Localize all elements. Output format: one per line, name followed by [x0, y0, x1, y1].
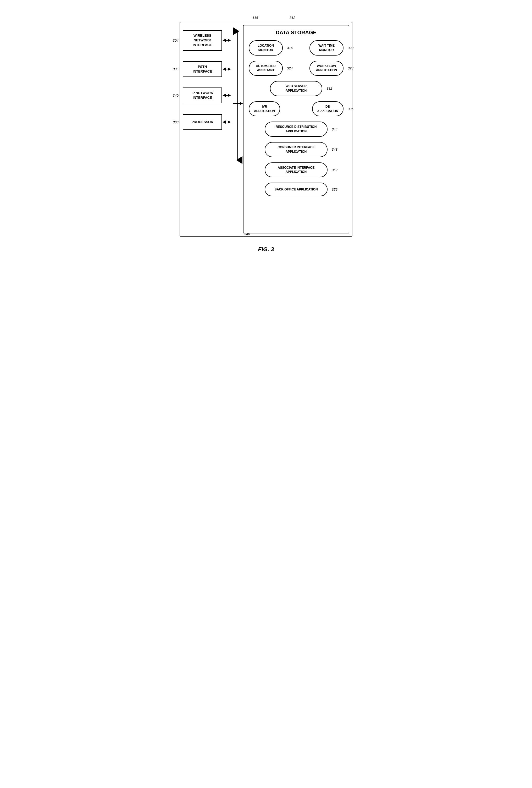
ref-116: 116	[252, 16, 258, 20]
ref-316: 316	[287, 46, 293, 50]
consumer-interface-application: CONSUMER INTERFACE APPLICATION	[265, 142, 328, 157]
left-panel: 304 WIRELESS NETWORK INTERFACE	[183, 25, 232, 233]
ip-network-row: 340 IP NETWORK INTERFACE	[183, 87, 232, 103]
ref-356: 356	[332, 188, 337, 192]
row-6: CONSUMER INTERFACE APPLICATION 348	[249, 142, 344, 157]
ref-312: 312	[290, 16, 295, 20]
pstn-interface: PSTN INTERFACE	[183, 61, 222, 77]
row-1: LOCATION MONITOR 316 WAIT TIME MONITOR 3…	[249, 40, 344, 56]
ref-332: 332	[326, 86, 332, 91]
wait-time-monitor: WAIT TIME MONITOR	[309, 40, 344, 56]
associate-interface-application: ASSOCIATE INTERFACE APPLICATION	[265, 162, 328, 178]
diagram-wrapper: 304 WIRELESS NETWORK INTERFACE	[180, 22, 352, 237]
workflow-application-wrapper: WORKFLOW APPLICATION 328	[309, 61, 344, 76]
back-office-application: BACK OFFICE APPLICATION	[265, 183, 328, 196]
ref-352: 352	[332, 168, 337, 172]
middle-h-arrow	[232, 101, 243, 106]
ivr-wrapper: IVR APPLICATION	[249, 101, 280, 117]
ip-network-interface: IP NETWORK INTERFACE	[183, 87, 222, 103]
ip-h-arrow	[222, 93, 231, 98]
vertical-double-arrow	[232, 27, 243, 164]
db-wrapper: DB APPLICATION 336	[312, 101, 344, 117]
ref-348: 348	[332, 147, 337, 152]
web-server-application: WEB SERVER APPLICATION	[270, 81, 322, 96]
ref-324: 324	[287, 66, 293, 70]
row-4: IVR APPLICATION DB APPLICATION 336	[249, 101, 344, 117]
data-storage-title: DATA STORAGE	[276, 29, 316, 36]
associate-interface-wrapper: ASSOCIATE INTERFACE APPLICATION 352	[265, 162, 328, 178]
pstn-row: 336 PSTN INTERFACE	[183, 61, 232, 77]
ref-320: 320	[348, 46, 353, 50]
location-monitor-wrapper: LOCATION MONITOR 316	[249, 40, 283, 56]
web-server-wrapper: WEB SERVER APPLICATION 332	[270, 81, 322, 96]
ref-304: 304	[173, 39, 179, 42]
ref-308: 308	[173, 120, 179, 124]
processor-h-arrow	[222, 119, 231, 125]
ref-344: 344	[332, 127, 337, 131]
processor-box: PROCESSOR	[183, 114, 222, 130]
row-3: WEB SERVER APPLICATION 332	[249, 81, 344, 96]
page: 116 312 304 WIRELESS NETWORK INTERFACE	[175, 5, 357, 269]
ref-336-right: 336	[348, 107, 353, 111]
automated-assistant: AUTOMATED ASSISTANT	[249, 61, 283, 76]
back-office-wrapper: BACK OFFICE APPLICATION 356	[265, 183, 328, 196]
row-8: BACK OFFICE APPLICATION 356	[249, 183, 344, 196]
processor-row: 308 PROCESSOR	[183, 114, 232, 130]
ref-340-left: 340	[173, 94, 179, 97]
wireless-network-interface: WIRELESS NETWORK INTERFACE	[183, 30, 222, 51]
pstn-h-arrow	[222, 66, 231, 72]
automated-assistant-wrapper: AUTOMATED ASSISTANT 324	[249, 61, 283, 76]
resource-dist-wrapper: RESOURCE DISTRIBUTION APPLICATION 344	[265, 121, 328, 137]
resource-distribution-application: RESOURCE DISTRIBUTION APPLICATION	[265, 121, 328, 137]
location-monitor: LOCATION MONITOR	[249, 40, 283, 56]
row-5: RESOURCE DISTRIBUTION APPLICATION 344	[249, 121, 344, 137]
db-application: DB APPLICATION	[312, 101, 344, 117]
wait-time-monitor-wrapper: WAIT TIME MONITOR 320	[309, 40, 344, 56]
wireless-h-arrow	[222, 38, 231, 43]
ref-328: 328	[348, 66, 353, 70]
ivr-application: IVR APPLICATION	[249, 101, 280, 117]
ref-336-left: 336	[173, 67, 179, 71]
right-panel: DATA STORAGE LOCATION MONITOR 316 WAIT T…	[243, 25, 349, 233]
middle-arrow-column: 340	[232, 25, 243, 233]
wireless-row: 304 WIRELESS NETWORK INTERFACE	[183, 30, 232, 51]
row-2: AUTOMATED ASSISTANT 324 WORKFLOW APPLICA…	[249, 61, 344, 76]
figure-caption: FIG. 3	[180, 246, 352, 253]
main-diagram: 304 WIRELESS NETWORK INTERFACE	[180, 22, 352, 237]
workflow-application: WORKFLOW APPLICATION	[309, 61, 344, 76]
consumer-interface-wrapper: CONSUMER INTERFACE APPLICATION 348	[265, 142, 328, 157]
row-7: ASSOCIATE INTERFACE APPLICATION 352	[249, 162, 344, 178]
